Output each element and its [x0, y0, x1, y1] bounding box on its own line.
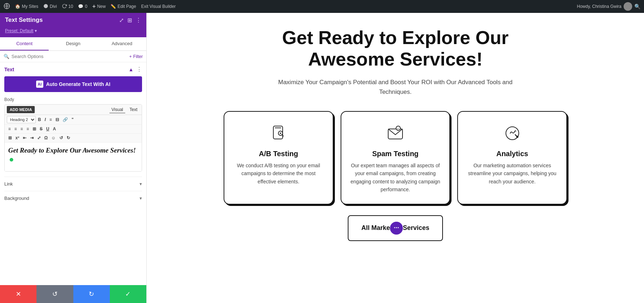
- updates-menu[interactable]: 10: [62, 4, 73, 10]
- link-section-header[interactable]: Link ▾: [4, 181, 142, 187]
- edit-page-btn[interactable]: ✏️ Edit Page: [111, 4, 136, 9]
- panel-title: Text Settings: [5, 16, 43, 24]
- editor-area: ADD MEDIA Visual Text Heading 2 B I ≡ ⊟ …: [4, 104, 142, 172]
- cancel-button[interactable]: ✕: [0, 285, 36, 303]
- wordpress-icon: [4, 3, 10, 10]
- color-btn[interactable]: A: [52, 126, 58, 132]
- tab-advanced[interactable]: Advanced: [98, 37, 146, 50]
- tab-design[interactable]: Design: [49, 37, 97, 50]
- redo-button[interactable]: ↻: [73, 285, 110, 303]
- filter-icon: +: [129, 54, 132, 59]
- search-icon[interactable]: 🔍: [634, 4, 640, 9]
- panel-content: Text ▲ ⋮ AI Auto Generate Text With AI B…: [0, 62, 146, 285]
- tab-content[interactable]: Content: [0, 37, 49, 50]
- panel-header: Text Settings ⤢ ⊞ ⋮: [0, 13, 146, 27]
- preview-content: Get Ready to Explore Our Awesome Service…: [147, 13, 644, 303]
- svg-point-12: [516, 136, 518, 138]
- redo-icon: ↻: [89, 290, 94, 298]
- card-analytics-desc: Our marketing automation services stream…: [467, 162, 558, 186]
- preview-heading: Get Ready to Explore Our Awesome Service…: [270, 27, 521, 70]
- ab-testing-icon: [268, 122, 289, 144]
- background-section-header[interactable]: Background ▾: [4, 196, 142, 201]
- filter-button[interactable]: + Filter: [129, 54, 143, 59]
- all-services-text-before: All Marke: [361, 224, 390, 232]
- layout-icon[interactable]: ⊞: [127, 17, 132, 24]
- editor-toolbar-row2: ≡ ≡ ≡ ≡ ⊞ S U A: [5, 125, 142, 134]
- confirm-icon: ✓: [125, 290, 131, 298]
- cards-row: A/B Testing We conduct A/B testing on yo…: [224, 111, 567, 205]
- svg-rect-3: [275, 128, 281, 128]
- cursor-dot: [10, 158, 13, 162]
- confirm-button[interactable]: ✓: [110, 285, 146, 303]
- table-btn[interactable]: ⊞: [31, 126, 38, 132]
- align-center-btn[interactable]: ≡: [13, 126, 18, 132]
- divi-icon: [43, 4, 48, 10]
- bottom-bar: ✕ ↺ ↻ ✓: [0, 285, 146, 303]
- fullscreen-btn[interactable]: ⤢: [36, 135, 42, 141]
- undo-button[interactable]: ↺: [36, 285, 73, 303]
- all-services-button[interactable]: All Marke ··· Services: [348, 215, 443, 241]
- editor-tab-text[interactable]: Text: [127, 106, 140, 113]
- italic-btn[interactable]: I: [43, 116, 47, 123]
- underline-btn[interactable]: U: [45, 126, 51, 132]
- ol-btn[interactable]: ⊟: [54, 116, 60, 123]
- admin-bar: 🏠 My Sites Divi 10 💬 0 + New ✏️ Edit Pag…: [0, 0, 644, 13]
- bold-btn[interactable]: B: [36, 116, 43, 123]
- pencil-icon: ✏️: [111, 4, 116, 9]
- special-char-btn[interactable]: Ω: [43, 135, 49, 141]
- chevron-down-icon: ▾: [140, 181, 142, 187]
- plus-icon: +: [92, 3, 96, 10]
- search-options-input[interactable]: [11, 54, 127, 59]
- panel-header-icons: ⤢ ⊞ ⋮: [119, 17, 141, 24]
- align-left-btn[interactable]: ≡: [7, 126, 12, 132]
- emoji-btn[interactable]: ☺: [50, 135, 57, 141]
- services-dot: ···: [390, 222, 403, 235]
- main-area: Text Settings ⤢ ⊞ ⋮ Preset: Default ▾ Co…: [0, 13, 644, 303]
- my-sites-menu[interactable]: 🏠 My Sites: [15, 4, 38, 9]
- superscript-btn[interactable]: x²: [14, 135, 21, 141]
- undo-editor-btn[interactable]: ↺: [58, 135, 64, 141]
- link-label: Link: [4, 181, 13, 187]
- more-icon[interactable]: ⋮: [136, 17, 141, 24]
- collapse-icon[interactable]: ▲: [128, 67, 133, 72]
- heading-format-select[interactable]: Heading 2: [7, 116, 36, 123]
- panel-tabs: Content Design Advanced: [0, 37, 146, 51]
- editor-toolbar-row3: ⊞ x² ⇤ ⇥ ⤢ Ω ☺ ↺ ↻: [5, 134, 142, 143]
- text-section-header: Text ▲ ⋮: [4, 66, 142, 73]
- analytics-icon: [502, 122, 523, 144]
- editor-toolbar-row1: Heading 2 B I ≡ ⊟ 🔗 ": [5, 115, 142, 125]
- ul-btn[interactable]: ≡: [48, 116, 53, 123]
- body-label: Body: [4, 97, 142, 102]
- align-right-btn[interactable]: ≡: [19, 126, 24, 132]
- comments-menu[interactable]: 💬 0: [78, 4, 87, 9]
- strikethrough-btn[interactable]: S: [38, 126, 44, 132]
- blockquote-btn[interactable]: ": [70, 116, 75, 123]
- svg-text:!: !: [397, 127, 399, 130]
- card-ab-testing-title: A/B Testing: [259, 150, 298, 158]
- divi-menu[interactable]: Divi: [43, 4, 57, 10]
- chevron-down-icon-2: ▾: [140, 196, 142, 201]
- resize-icon[interactable]: ⤢: [119, 17, 124, 24]
- link-btn[interactable]: 🔗: [61, 116, 69, 123]
- editor-body[interactable]: Get Ready to Explore Our Awesome Service…: [5, 143, 142, 171]
- ai-generate-button[interactable]: AI Auto Generate Text With AI: [4, 76, 142, 92]
- exit-visual-builder-btn[interactable]: Exit Visual Builder: [141, 4, 176, 9]
- align-justify-btn[interactable]: ≡: [25, 126, 30, 132]
- indent-btn[interactable]: ⇥: [29, 135, 35, 141]
- section-more-icon[interactable]: ⋮: [136, 66, 142, 73]
- new-menu[interactable]: + New: [92, 3, 106, 10]
- wordpress-logo[interactable]: [4, 3, 10, 10]
- paste-btn[interactable]: ⊞: [7, 135, 13, 141]
- editor-tab-visual[interactable]: Visual: [109, 106, 125, 113]
- left-panel: Text Settings ⤢ ⊞ ⋮ Preset: Default ▾ Co…: [0, 13, 147, 303]
- house-icon: 🏠: [15, 4, 20, 9]
- right-panel: Get Ready to Explore Our Awesome Service…: [147, 13, 644, 303]
- add-media-button[interactable]: ADD MEDIA: [7, 106, 35, 113]
- panel-preset: Preset: Default ▾: [0, 27, 146, 37]
- redo-editor-btn[interactable]: ↻: [65, 135, 72, 141]
- all-services-text-after: Services: [403, 224, 429, 232]
- preset-label[interactable]: Preset: Default ▾: [5, 28, 37, 33]
- link-section: Link ▾: [4, 177, 142, 191]
- outdent-btn[interactable]: ⇤: [21, 135, 28, 141]
- preview-subheading: Maximize Your Campaign's Potential and B…: [270, 77, 521, 97]
